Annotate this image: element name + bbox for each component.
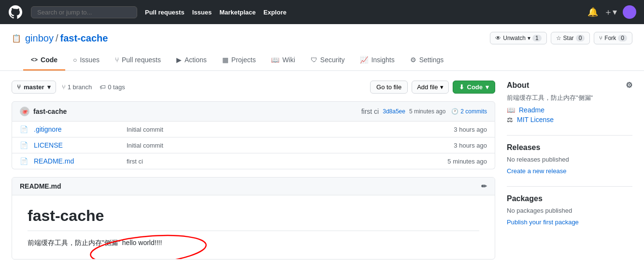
tag-icon: 🏷 <box>100 83 106 91</box>
top-nav-links: Pull requests Issues Marketplace Explore <box>145 9 286 16</box>
branch-count-link[interactable]: ⑂ 1 branch <box>62 83 92 91</box>
tab-security-label: Security <box>320 56 345 64</box>
fork-label: Fork <box>604 35 616 41</box>
readme-body: fast-cache 前端缓存工具，防止内存"侧漏" hello world!!… <box>12 195 495 259</box>
tab-actions-label: Actions <box>185 56 207 64</box>
file-table: 📄 .gitignore Initial commit 3 hours ago … <box>12 122 495 169</box>
avatar[interactable] <box>623 5 636 19</box>
fork-button[interactable]: ⑂ Fork 0 <box>594 32 632 44</box>
file-icon: 📄 <box>20 141 28 149</box>
unwatch-count: 1 <box>532 35 542 41</box>
file-name-1[interactable]: LICENSE <box>34 141 121 149</box>
commit-time: 5 minutes ago <box>409 108 445 115</box>
commit-count-link[interactable]: 🕐 2 commits <box>451 108 487 115</box>
packages-title: Packages <box>507 194 632 203</box>
repo-header-wrapper: 📋 ginboy / fast-cache 👁 Unwatch ▾ 1 ☆ St… <box>0 24 644 71</box>
file-time-0: 3 hours ago <box>454 126 487 133</box>
tab-wiki-label: Wiki <box>282 56 295 64</box>
table-row: 📄 .gitignore Initial commit 3 hours ago <box>12 122 495 137</box>
tab-insights[interactable]: 📈 Insights <box>352 50 402 70</box>
file-commit-1: Initial commit <box>127 142 448 149</box>
create-release-link[interactable]: Create a new release <box>507 167 567 175</box>
tab-issues-label: Issues <box>80 56 99 64</box>
github-logo-icon[interactable] <box>8 4 23 20</box>
about-gear-icon[interactable]: ⚙ <box>626 81 632 90</box>
code-tab-icon: <> <box>31 56 38 63</box>
branch-count: 1 branch <box>68 83 92 91</box>
code-button[interactable]: ⬇ Code ▾ <box>453 81 496 94</box>
marketplace-link[interactable]: Marketplace <box>219 9 256 16</box>
about-description: 前端缓存工具，防止内存"侧漏" <box>507 94 632 102</box>
main-content: ⑂ master ▾ ⑂ 1 branch 🏷 0 tags Go to fil… <box>0 71 644 260</box>
issues-link[interactable]: Issues <box>192 9 212 16</box>
download-icon: ⬇ <box>459 83 464 91</box>
top-nav-right: 🔔 ＋▾ <box>587 5 636 19</box>
tab-code[interactable]: <> Code <box>23 50 65 70</box>
unwatch-label: Unwatch <box>503 35 526 41</box>
add-file-button[interactable]: Add file ▾ <box>412 81 448 94</box>
commit-message: first ci <box>361 108 379 115</box>
insights-tab-icon: 📈 <box>360 56 368 64</box>
license-link-row: ⚖ MIT License <box>507 116 632 123</box>
search-input[interactable] <box>31 6 137 18</box>
branch-selector[interactable]: ⑂ master ▾ <box>12 81 56 94</box>
breadcrumb-separator: / <box>56 33 58 44</box>
file-icon: 📄 <box>20 157 28 165</box>
about-title: About ⚙ <box>507 81 632 90</box>
top-navigation: Pull requests Issues Marketplace Explore… <box>0 0 644 24</box>
settings-tab-icon: ⚙ <box>410 56 416 64</box>
branch-dropdown-icon: ▾ <box>47 83 51 91</box>
issues-tab-icon: ○ <box>73 56 77 64</box>
star-icon: ☆ <box>556 35 561 41</box>
file-name-2[interactable]: README.md <box>34 157 121 165</box>
tab-projects[interactable]: ▦ Projects <box>215 50 264 70</box>
readme-header: README.md ✏ <box>12 178 495 195</box>
license-link[interactable]: MIT License <box>517 116 554 123</box>
star-label: Star <box>563 35 574 41</box>
unwatch-button[interactable]: 👁 Unwatch ▾ 1 <box>490 32 546 44</box>
file-time-1: 3 hours ago <box>454 142 487 149</box>
tab-settings-label: Settings <box>419 56 444 64</box>
branch-count-icon: ⑂ <box>62 83 66 91</box>
tab-pull-requests[interactable]: ⑂ Pull requests <box>107 50 169 70</box>
readme-link[interactable]: Readme <box>519 106 544 114</box>
commit-hash[interactable]: 3d8a5ee <box>383 108 405 115</box>
eye-icon: 👁 <box>495 35 501 41</box>
fork-count: 0 <box>618 35 627 41</box>
releases-empty: No releases published <box>507 156 632 163</box>
tab-actions[interactable]: ▶ Actions <box>169 50 215 70</box>
history-icon: 🕐 <box>451 108 458 115</box>
star-button[interactable]: ☆ Star 0 <box>551 32 590 44</box>
annotation-circle <box>86 232 211 260</box>
repo-main: ⑂ master ▾ ⑂ 1 branch 🏷 0 tags Go to fil… <box>12 81 495 260</box>
code-dropdown-icon: ▾ <box>486 83 489 91</box>
projects-tab-icon: ▦ <box>222 56 229 64</box>
wiki-tab-icon: 📖 <box>271 56 279 64</box>
bell-icon[interactable]: 🔔 <box>587 7 598 17</box>
star-count: 0 <box>576 35 585 41</box>
tab-settings[interactable]: ⚙ Settings <box>402 50 452 70</box>
packages-section: Packages No packages published Publish y… <box>507 194 632 226</box>
file-name-0[interactable]: .gitignore <box>34 125 121 133</box>
commit-row: 🐙 fast-cache first ci 3d8a5ee 5 minutes … <box>12 101 495 122</box>
owner-link[interactable]: ginboy <box>25 33 54 44</box>
repo-name[interactable]: fast-cache <box>60 33 108 44</box>
file-commit-0: Initial commit <box>127 126 448 133</box>
pull-requests-tab-icon: ⑂ <box>115 56 119 64</box>
explore-link[interactable]: Explore <box>263 9 286 16</box>
pull-requests-link[interactable]: Pull requests <box>145 9 185 16</box>
go-to-file-button[interactable]: Go to file <box>370 81 408 94</box>
publish-package-link[interactable]: Publish your first package <box>507 219 579 226</box>
tab-wiki[interactable]: 📖 Wiki <box>263 50 302 70</box>
tab-security[interactable]: 🛡 Security <box>303 50 353 70</box>
readme-section: README.md ✏ fast-cache 前端缓存工具，防止内存"侧漏" h… <box>12 177 495 260</box>
file-time-2: 5 minutes ago <box>447 158 487 165</box>
plus-icon[interactable]: ＋▾ <box>604 6 617 18</box>
file-icon: 📄 <box>20 125 28 133</box>
edit-readme-icon[interactable]: ✏ <box>481 182 487 190</box>
repo-icon: 📋 <box>12 34 21 43</box>
branch-name: master <box>24 83 44 91</box>
tag-count-link[interactable]: 🏷 0 tags <box>100 83 125 91</box>
unwatch-dropdown-icon: ▾ <box>528 35 530 41</box>
tab-issues[interactable]: ○ Issues <box>65 50 107 70</box>
